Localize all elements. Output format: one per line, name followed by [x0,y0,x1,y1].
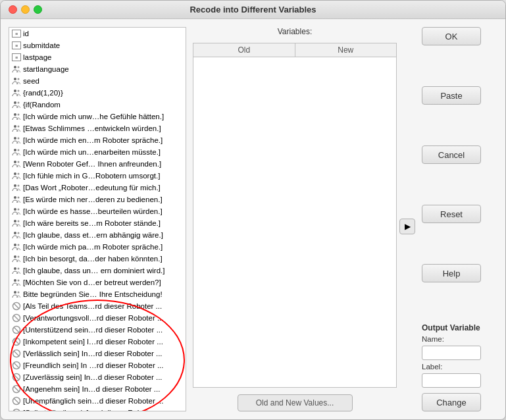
svg-point-13 [18,138,20,140]
list-item[interactable]: [Etwas Schlimmes …entwickeln würden.] [9,122,186,134]
variable-icon: ≡ [12,41,21,49]
label-input[interactable] [422,373,481,388]
list-item[interactable]: [Zuverlässig sein] In…d dieser Roboter .… [9,371,186,383]
svg-point-24 [14,208,16,211]
list-item-text: [Selbstständig sein]…rd dieser Roboter .… [23,409,183,411]
person-icon [12,124,21,133]
list-item-text: [Wenn Roboter Gef… Ihnen anfreunden.] [23,160,183,168]
svg-point-32 [14,255,16,258]
main-content: ≡id≡submitdate≡lastpage startlanguage se… [1,19,505,419]
list-item[interactable]: ≡lastpage [9,51,186,63]
list-item[interactable]: [Ich fühle mich in G…Robotern umsorgt.] [9,170,186,182]
list-item[interactable]: [Verlässlich sein] In…rd dieser Roboter … [9,348,186,359]
col-new: New [295,43,397,57]
svg-point-30 [14,244,16,246]
circle-slash-icon [12,408,21,411]
variable-list[interactable]: ≡id≡submitdate≡lastpage startlanguage se… [9,27,186,411]
list-item[interactable]: [Als Teil des Teams…rd dieser Roboter ..… [9,300,186,312]
person-icon [12,278,21,287]
svg-point-12 [14,137,16,140]
list-item[interactable]: Bitte begründen Sie… Ihre Entscheidung! [9,288,186,300]
arrow-button[interactable]: ▶ [399,219,415,234]
person-icon [12,183,21,192]
list-item[interactable]: {if(Random [9,99,186,111]
list-item[interactable]: [Ich glaube, dass un… ern dominiert wird… [9,265,186,276]
svg-point-1 [18,66,20,68]
variables-label: Variables: [278,27,312,36]
list-item[interactable]: [Ich würde mich un…enarbeiten müsste.] [9,146,186,158]
list-item[interactable]: [Wenn Roboter Gef… Ihnen anfreunden.] [9,158,186,170]
list-item[interactable]: [Unempfänglich sein…d dieser Roboter ... [9,395,186,407]
list-item[interactable]: [Ich bin besorgt, da…der haben könnten.] [9,253,186,265]
list-item[interactable]: [Unterstützend sein…rd dieser Roboter ..… [9,324,186,336]
old-new-btn-container: Old and New Values... [238,394,353,411]
list-item[interactable]: [Selbstständig sein]…rd dieser Roboter .… [9,407,186,411]
person-icon [12,207,21,216]
paste-button[interactable]: Paste [422,86,481,105]
list-item[interactable]: [Möchten Sie von d…er betreut werden?] [9,276,186,288]
svg-point-3 [18,78,20,80]
list-item[interactable]: [Ich wäre bereits se…m Roboter stände.] [9,217,186,229]
person-icon [12,266,21,275]
list-item[interactable]: [Angenehm sein] In…d dieser Roboter ... [9,383,186,395]
circle-slash-icon [12,313,21,323]
list-item[interactable]: [Freundlich sein] In …rd dieser Roboter … [9,359,186,371]
list-item[interactable]: {rand(1,20)} [9,87,186,99]
list-item-text: [Zuverlässig sein] In…d dieser Roboter .… [23,373,183,381]
list-item-text: [Verantwortungsvoll…rd dieser Roboter ..… [23,314,183,322]
maximize-button[interactable] [34,5,42,14]
person-icon [12,254,21,263]
minimize-button[interactable] [21,5,30,14]
list-item-text: {if(Random [23,101,183,109]
main-window: Recode into Different Variables ≡id≡subm… [0,0,506,420]
close-button[interactable] [9,5,17,14]
svg-point-6 [14,101,16,104]
person-icon [12,230,21,240]
list-item-text: id [23,30,183,38]
list-item[interactable]: [Inkompetent sein] l…rd dieser Roboter .… [9,336,186,348]
list-item[interactable]: [Das Wort „Roboter…edeutung für mich.] [9,182,186,194]
reset-button[interactable]: Reset [422,205,481,223]
svg-point-21 [18,185,20,187]
person-icon [12,76,21,86]
svg-point-20 [14,184,16,187]
list-item[interactable]: seed [9,75,186,87]
svg-point-16 [14,161,16,163]
svg-line-49 [14,351,19,356]
list-item[interactable]: [Verantwortungsvoll…rd dieser Roboter ..… [9,312,186,324]
circle-slash-icon [12,384,21,394]
list-item[interactable]: [Ich würde mich en…m Roboter spräche.] [9,134,186,146]
window-title: Recode into Different Variables [190,5,316,14]
svg-point-11 [18,126,20,128]
right-panel: OK Paste Cancel Reset Help Output Variab… [422,27,488,411]
svg-point-28 [14,232,16,234]
list-item[interactable]: [Ich würde es hasse…beurteilen würden.] [9,205,186,217]
list-item[interactable]: [Ich würde mich pa…m Roboter spräche.] [9,241,186,253]
list-item[interactable]: ≡id [9,28,186,39]
cancel-button[interactable]: Cancel [422,145,481,164]
list-item-text: [Das Wort „Roboter…edeutung für mich.] [23,184,183,192]
svg-point-39 [18,292,20,294]
old-new-values-button[interactable]: Old and New Values... [238,394,353,411]
list-item[interactable]: [Es würde mich ner…deren zu bedienen.] [9,194,186,205]
circle-slash-icon [12,325,21,334]
svg-point-37 [18,280,20,282]
change-button[interactable]: Change [422,393,481,411]
ok-button[interactable]: OK [422,27,481,45]
list-item-text: [Verlässlich sein] In…rd dieser Roboter … [23,350,183,357]
circle-slash-icon [12,361,21,370]
list-item[interactable]: startlanguage [9,63,186,75]
list-item[interactable]: [Ich glaube, dass et…ern abhängig wäre.] [9,229,186,241]
person-icon [12,242,21,251]
list-item[interactable]: [Ich würde mich unw…he Gefühle hätten.] [9,111,186,122]
list-item[interactable]: ≡submitdate [9,39,186,51]
person-icon [12,88,21,97]
svg-point-10 [14,125,16,128]
person-icon [12,112,21,121]
list-item-text: Bitte begründen Sie… Ihre Entscheidung! [23,290,183,298]
help-button[interactable]: Help [422,264,481,282]
variable-icon: ≡ [12,30,21,38]
name-input[interactable] [422,346,481,360]
svg-point-0 [14,66,16,68]
right-panel-inner: OK Paste Cancel Reset Help Output Variab… [422,27,488,411]
